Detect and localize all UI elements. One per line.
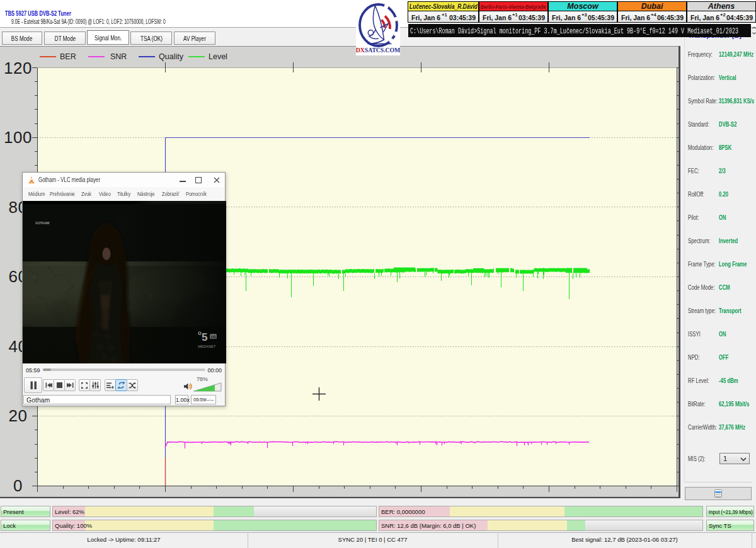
svg-text:HD: HD	[211, 335, 217, 339]
svg-text:GOTHAM: GOTHAM	[35, 221, 50, 225]
svg-text:5: 5	[202, 331, 207, 343]
svg-text:MEDIASET: MEDIASET	[198, 345, 216, 348]
svg-text:DXSATCS.COM: DXSATCS.COM	[356, 47, 400, 54]
